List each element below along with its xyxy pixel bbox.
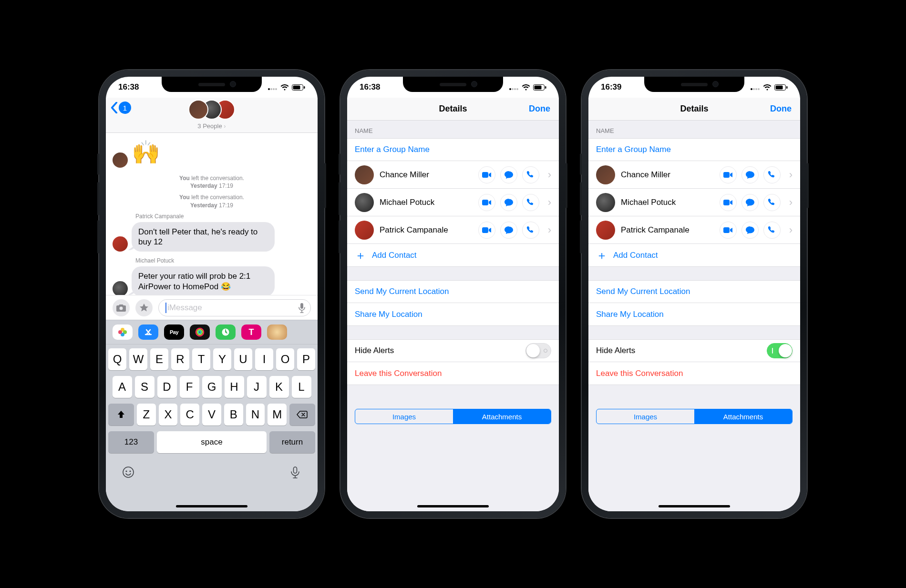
key-space[interactable]: space xyxy=(157,431,267,453)
key-m[interactable]: M xyxy=(268,404,287,426)
home-indicator[interactable] xyxy=(659,505,730,507)
video-call-button[interactable] xyxy=(478,194,495,211)
message-button[interactable] xyxy=(741,222,759,239)
add-contact-button[interactable]: ＋Add Contact xyxy=(588,244,800,267)
key-e[interactable]: E xyxy=(150,348,168,370)
chat-area[interactable]: 🙌 You left the conversation.Yesterday 17… xyxy=(106,133,318,302)
key-k[interactable]: K xyxy=(269,376,289,398)
app-tmobile-icon[interactable]: T xyxy=(241,324,261,340)
contact-row[interactable]: Patrick Campanale › xyxy=(347,216,559,244)
message-input[interactable]: iMessage xyxy=(158,299,311,316)
segmented-control[interactable]: Images Attachments xyxy=(596,409,793,424)
key-y[interactable]: Y xyxy=(213,348,231,370)
key-i[interactable]: I xyxy=(255,348,273,370)
call-button[interactable] xyxy=(522,194,539,211)
key-b[interactable]: B xyxy=(224,404,243,426)
app-appstore-icon[interactable] xyxy=(138,324,158,340)
seg-images[interactable]: Images xyxy=(355,409,453,424)
video-call-button[interactable] xyxy=(720,194,737,211)
key-v[interactable]: V xyxy=(202,404,221,426)
key-d[interactable]: D xyxy=(157,376,177,398)
camera-button[interactable] xyxy=(113,299,130,316)
key-a[interactable]: A xyxy=(113,376,132,398)
group-name-input[interactable]: Enter a Group Name xyxy=(347,138,559,161)
key-z[interactable]: Z xyxy=(137,404,156,426)
video-call-button[interactable] xyxy=(720,222,737,239)
message-button[interactable] xyxy=(500,222,517,239)
key-n[interactable]: N xyxy=(246,404,265,426)
key-f[interactable]: F xyxy=(180,376,199,398)
key-r[interactable]: R xyxy=(171,348,189,370)
seg-attachments[interactable]: Attachments xyxy=(694,409,792,424)
key-s[interactable]: S xyxy=(135,376,154,398)
appstore-button[interactable] xyxy=(135,299,153,316)
app-activity-icon[interactable] xyxy=(190,324,210,340)
key-l[interactable]: L xyxy=(292,376,311,398)
hide-alerts-toggle[interactable] xyxy=(767,343,793,358)
contact-row[interactable]: Patrick Campanale › xyxy=(588,216,800,244)
message-button[interactable] xyxy=(500,194,517,211)
key-g[interactable]: G xyxy=(202,376,222,398)
add-contact-button[interactable]: ＋Add Contact xyxy=(347,244,559,267)
message-button[interactable] xyxy=(741,194,759,211)
seg-images[interactable]: Images xyxy=(597,409,694,424)
key-return[interactable]: return xyxy=(269,431,315,453)
key-x[interactable]: X xyxy=(159,404,178,426)
message-button[interactable] xyxy=(741,166,759,183)
send-location-button[interactable]: Send My Current Location xyxy=(588,280,800,303)
message-bubble[interactable]: Peter your ratio will prob be 2:1 AirPow… xyxy=(132,266,275,296)
leave-conversation-button[interactable]: Leave this Conversation xyxy=(588,362,800,385)
key-j[interactable]: J xyxy=(247,376,267,398)
app-clock-icon[interactable] xyxy=(216,324,236,340)
key-t[interactable]: T xyxy=(192,348,210,370)
key-p[interactable]: P xyxy=(297,348,315,370)
keyboard[interactable]: Q W E R T Y U I O P A S D F G H J K L xyxy=(106,345,318,511)
key-u[interactable]: U xyxy=(234,348,252,370)
home-indicator[interactable] xyxy=(176,505,247,507)
key-h[interactable]: H xyxy=(225,376,244,398)
share-location-button[interactable]: Share My Location xyxy=(588,303,800,326)
details-content[interactable]: NAME Enter a Group Name Chance Miller › … xyxy=(347,121,559,511)
group-avatars[interactable] xyxy=(188,100,235,120)
call-button[interactable] xyxy=(522,166,539,183)
segmented-control[interactable]: Images Attachments xyxy=(355,409,551,424)
dictate-key-icon[interactable] xyxy=(288,466,302,479)
key-q[interactable]: Q xyxy=(108,348,126,370)
message-button[interactable] xyxy=(500,166,517,183)
back-button[interactable]: 1 xyxy=(111,101,131,114)
leave-conversation-button[interactable]: Leave this Conversation xyxy=(347,362,559,385)
call-button[interactable] xyxy=(763,166,781,183)
seg-attachments[interactable]: Attachments xyxy=(453,409,551,424)
emoji-key-icon[interactable] xyxy=(122,466,135,479)
message-bubble[interactable]: Don't tell Peter that, he's ready to buy… xyxy=(132,222,275,252)
video-call-button[interactable] xyxy=(478,166,495,183)
app-strip[interactable]: Pay T xyxy=(106,320,318,345)
done-button[interactable]: Done xyxy=(770,104,792,114)
key-w[interactable]: W xyxy=(129,348,147,370)
done-button[interactable]: Done xyxy=(529,104,550,114)
call-button[interactable] xyxy=(763,194,781,211)
video-call-button[interactable] xyxy=(720,166,737,183)
contact-row[interactable]: Michael Potuck › xyxy=(588,189,800,216)
key-backspace[interactable] xyxy=(289,404,315,426)
group-name-input[interactable]: Enter a Group Name xyxy=(588,138,800,161)
people-count[interactable]: 3 People xyxy=(197,122,226,130)
key-c[interactable]: C xyxy=(180,404,199,426)
app-applepay-icon[interactable]: Pay xyxy=(164,324,184,340)
details-content[interactable]: NAME Enter a Group Name Chance Miller › … xyxy=(588,121,800,511)
video-call-button[interactable] xyxy=(478,222,495,239)
key-o[interactable]: O xyxy=(276,348,294,370)
home-indicator[interactable] xyxy=(417,505,489,507)
key-123[interactable]: 123 xyxy=(108,431,154,453)
call-button[interactable] xyxy=(763,222,781,239)
call-button[interactable] xyxy=(522,222,539,239)
share-location-button[interactable]: Share My Location xyxy=(347,303,559,326)
contact-row[interactable]: Michael Potuck › xyxy=(347,189,559,216)
app-animoji-icon[interactable] xyxy=(267,324,287,340)
send-location-button[interactable]: Send My Current Location xyxy=(347,280,559,303)
contact-row[interactable]: Chance Miller › xyxy=(588,161,800,189)
key-shift[interactable] xyxy=(108,404,134,426)
app-photos-icon[interactable] xyxy=(113,324,133,340)
mic-icon[interactable] xyxy=(298,303,306,313)
contact-row[interactable]: Chance Miller › xyxy=(347,161,559,189)
